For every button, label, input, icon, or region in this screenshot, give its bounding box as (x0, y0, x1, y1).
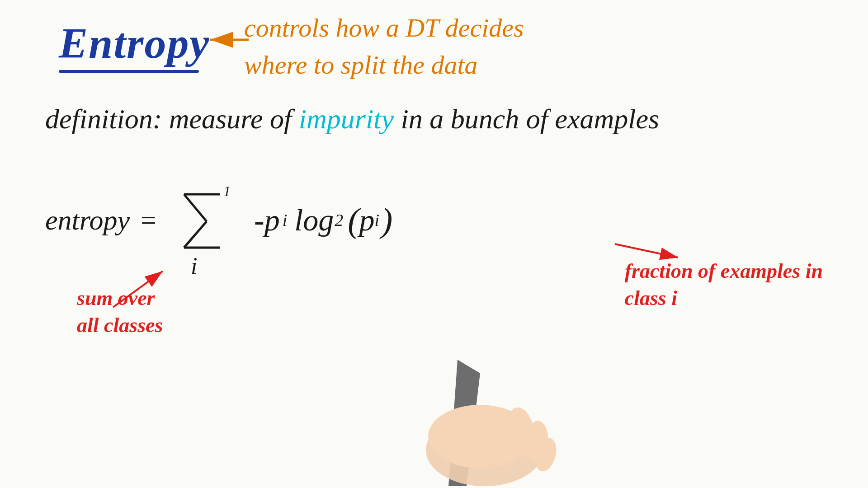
subtitle-line2: where to split the data (244, 50, 478, 80)
hand-svg (403, 360, 557, 486)
entropy-title: Entropy (59, 18, 210, 68)
svg-line-10 (615, 244, 678, 258)
definition-line: definition: measure of impurity in a bun… (45, 103, 659, 135)
sum-over-annotation: sum over all classes (77, 285, 163, 339)
pi-in-paren: p (359, 202, 375, 238)
impurity-word: impurity (299, 103, 394, 134)
entropy-underline (59, 70, 199, 73)
p-subscript-i: i (283, 210, 288, 230)
close-paren: ) (381, 201, 392, 240)
equals-sign: = (141, 204, 156, 236)
fraction-annotation: fraction of examples in class i (625, 258, 823, 312)
log-base: 2 (335, 210, 343, 230)
definition-suffix: in a bunch of examples (401, 103, 659, 134)
svg-text:1: 1 (223, 185, 231, 199)
svg-line-4 (184, 221, 207, 248)
subtitle-line1: controls how a DT decides (244, 13, 524, 43)
summation-symbol: 1 i (173, 185, 231, 259)
sigma-index: i (191, 253, 197, 279)
negative-sign: -p (254, 202, 280, 238)
hand-marker (403, 360, 557, 488)
svg-line-3 (184, 194, 207, 221)
sigma-svg: 1 (173, 185, 231, 258)
formula-container: entropy = 1 i -p i log 2 ( (45, 181, 392, 259)
open-paren: ( (348, 201, 359, 240)
entropy-formula-label: entropy (45, 204, 130, 236)
definition-prefix: definition: measure of (45, 103, 292, 134)
log-text: log (294, 202, 334, 238)
pi-subscript-i: i (375, 210, 380, 230)
whiteboard: Entropy controls how a DT decides where … (0, 0, 868, 488)
